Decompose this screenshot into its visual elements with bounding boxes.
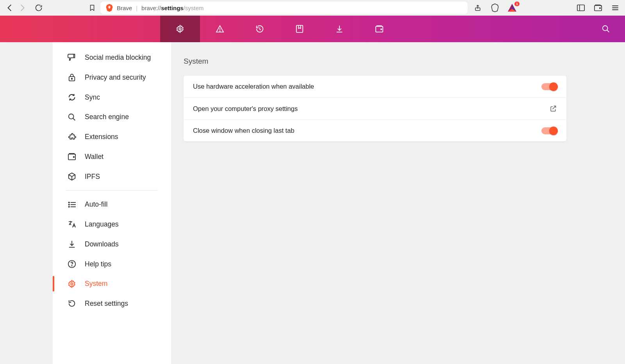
sidebar-item-label: Search engine (85, 112, 129, 121)
sidebar-item-label: Help tips (85, 260, 111, 269)
sidebar-item-label: System (85, 279, 107, 288)
puzzle-icon (68, 132, 76, 141)
back-button[interactable] (5, 4, 14, 12)
share-button[interactable] (473, 4, 482, 12)
svg-point-22 (68, 202, 69, 203)
svg-point-30 (71, 283, 73, 285)
row-hardware-accel[interactable]: Use hardware acceleration when available (184, 76, 566, 98)
page-title: System (184, 57, 566, 66)
sidebar-toggle-icon[interactable] (577, 4, 585, 12)
bat-rewards-icon[interactable]: 1 (508, 4, 516, 12)
translate-icon (68, 220, 76, 228)
thumbs-down-icon (68, 53, 76, 62)
sidebar-item-system[interactable]: System (53, 274, 171, 294)
sync-icon (68, 93, 76, 102)
forward-button[interactable] (18, 4, 27, 12)
url-text: brave://settings/system (141, 5, 204, 11)
address-bar[interactable]: Brave | brave://settings/system (100, 2, 468, 14)
svg-point-18 (69, 114, 74, 119)
reset-icon (68, 299, 76, 308)
search-icon (68, 113, 76, 121)
svg-point-10 (220, 31, 220, 31)
help-icon (68, 260, 76, 268)
menu-button[interactable] (611, 4, 620, 12)
topnav-wallet[interactable] (359, 16, 399, 42)
sidebar-item-autofill[interactable]: Auto-fill (53, 194, 171, 214)
sidebar-item-social-blocking[interactable]: Social media blocking (53, 48, 171, 68)
sidebar-item-label: Wallet (85, 152, 104, 161)
sidebar-item-wallet[interactable]: Wallet (53, 147, 171, 167)
topnav-privacy[interactable] (200, 16, 240, 42)
svg-point-24 (68, 204, 69, 205)
settings-content: System Use hardware acceleration when av… (171, 42, 625, 364)
sidebar-item-languages[interactable]: Languages (53, 214, 171, 234)
download-icon (68, 240, 76, 248)
toggle-close-window[interactable] (541, 127, 557, 134)
autofill-icon (68, 200, 76, 209)
sidebar-item-label: Auto-fill (85, 200, 107, 209)
topnav-bookmarks[interactable] (280, 16, 320, 42)
sidebar-item-label: Extensions (85, 132, 118, 141)
svg-point-4 (600, 8, 601, 9)
sidebar-item-ipfs[interactable]: IPFS (53, 167, 171, 187)
topnav-settings[interactable] (160, 16, 200, 42)
sidebar-item-label: IPFS (85, 172, 100, 181)
sidebar-item-reset[interactable]: Reset settings (53, 294, 171, 314)
bookmark-button[interactable] (88, 4, 96, 12)
sidebar-item-label: Downloads (85, 240, 119, 249)
sidebar-item-sync[interactable]: Sync (53, 87, 171, 107)
svg-point-13 (381, 29, 382, 30)
svg-point-14 (603, 26, 608, 31)
sidebar-item-downloads[interactable]: Downloads (53, 234, 171, 254)
sidebar-item-privacy[interactable]: Privacy and security (53, 68, 171, 87)
url-brand: Brave (117, 5, 132, 11)
sidebar-item-label: Reset settings (85, 299, 128, 308)
svg-point-26 (68, 206, 69, 207)
toggle-hardware-accel[interactable] (541, 83, 557, 90)
bat-badge: 1 (514, 2, 520, 6)
topnav-history[interactable] (240, 16, 280, 42)
cube-icon (68, 172, 76, 181)
external-link-icon (549, 105, 557, 112)
topnav-downloads[interactable] (320, 16, 359, 42)
sidebar-separator (66, 190, 158, 191)
settings-page: Social media blocking Privacy and securi… (0, 42, 625, 364)
sidebar-item-label: Privacy and security (85, 73, 146, 82)
svg-rect-1 (577, 5, 584, 11)
settings-topnav (0, 16, 625, 42)
row-label: Open your computer's proxy settings (193, 105, 298, 112)
svg-point-8 (179, 28, 181, 30)
svg-rect-11 (296, 25, 303, 32)
browser-chrome: Brave | brave://settings/system 1 (0, 0, 625, 16)
wallet-icon (68, 152, 76, 161)
sidebar-item-label: Languages (85, 220, 119, 229)
gear-icon (68, 280, 76, 288)
row-close-window[interactable]: Close window when closing last tab (184, 120, 566, 141)
svg-point-29 (71, 266, 72, 266)
sidebar-item-extensions[interactable]: Extensions (53, 127, 171, 147)
reload-button[interactable] (34, 4, 43, 12)
brave-logo-icon (106, 4, 113, 12)
svg-line-19 (73, 118, 75, 120)
sidebar-item-search[interactable]: Search engine (53, 107, 171, 127)
sidebar-item-label: Sync (85, 93, 100, 102)
sidebar-item-help[interactable]: Help tips (53, 254, 171, 274)
lock-icon (68, 73, 76, 82)
row-proxy-settings[interactable]: Open your computer's proxy settings (184, 98, 566, 120)
brave-shields-icon[interactable] (491, 4, 499, 12)
svg-point-21 (73, 157, 75, 158)
settings-sidebar: Social media blocking Privacy and securi… (0, 42, 171, 364)
row-label: Close window when closing last tab (193, 127, 295, 134)
sidebar-item-label: Social media blocking (85, 53, 151, 62)
system-card: Use hardware acceleration when available… (184, 76, 566, 141)
svg-point-17 (71, 78, 73, 79)
svg-line-15 (607, 30, 609, 32)
topnav-search[interactable] (595, 16, 617, 42)
wallet-chrome-icon[interactable] (594, 4, 602, 12)
row-label: Use hardware acceleration when available (193, 83, 314, 90)
